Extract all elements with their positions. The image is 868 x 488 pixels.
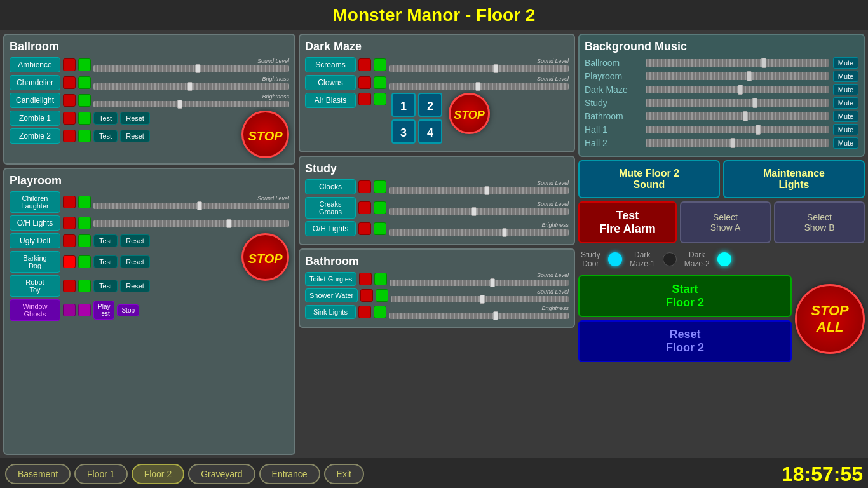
zombie1-test-btn[interactable]: Test xyxy=(93,112,118,125)
window-ghosts-btn[interactable]: WindowGhosts xyxy=(10,299,60,321)
bg-study-slider[interactable] xyxy=(646,99,829,107)
screams-row: Screams Sound Level xyxy=(305,57,569,72)
bg-hall1-mute-btn[interactable]: Mute xyxy=(833,124,858,135)
children-laughter-slider[interactable] xyxy=(93,203,289,209)
zombie2-reset-btn[interactable]: Reset xyxy=(120,130,150,142)
nav-basement[interactable]: Basement xyxy=(5,464,71,484)
clowns-led-red xyxy=(358,76,371,89)
creaks-groans-slider-label: Sound Level xyxy=(389,201,569,207)
bg-hall2-slider[interactable] xyxy=(646,139,829,147)
nav-floor2[interactable]: Floor 2 xyxy=(132,464,185,484)
bg-ballroom-mute-btn[interactable]: Mute xyxy=(833,57,858,69)
robot-toy-btn[interactable]: RobotToy xyxy=(10,275,60,297)
chandelier-slider[interactable] xyxy=(93,83,289,90)
air-btn-2[interactable]: 2 xyxy=(418,93,442,117)
bg-playroom-slider[interactable] xyxy=(646,72,829,80)
bathroom-title: Bathroom xyxy=(305,255,569,268)
bg-music-panel: Background Music Ballroom Mute Playroom … xyxy=(578,34,865,157)
study-oh-lights-btn[interactable]: O/H Lights xyxy=(305,221,356,236)
bg-bathroom-slider[interactable] xyxy=(646,112,829,120)
toilet-gurgles-slider[interactable] xyxy=(390,280,569,286)
bg-playroom-mute-btn[interactable]: Mute xyxy=(833,71,858,82)
playroom-stop-btn[interactable]: STOP xyxy=(241,233,289,281)
chandelier-btn[interactable]: Chandelier xyxy=(10,75,60,90)
barking-dog-btn[interactable]: BarkingDog xyxy=(10,251,60,273)
mute-floor-btn[interactable]: Mute Floor 2Sound xyxy=(578,160,720,198)
shower-water-slider[interactable] xyxy=(391,296,569,302)
zombie2-btn[interactable]: Zombie 2 xyxy=(10,128,60,144)
clowns-slider-label: Sound Level xyxy=(389,76,569,82)
air-btn-4[interactable]: 4 xyxy=(418,119,442,144)
chandelier-slider-container: Brightness xyxy=(93,76,289,90)
bathroom-panel: Bathroom Toilet Gurgles Sound Level Show… xyxy=(299,248,575,328)
playroom-oh-lights-btn[interactable]: O/H Lights xyxy=(10,215,60,231)
bg-dark-maze-slider[interactable] xyxy=(646,86,829,93)
air-btn-1[interactable]: 1 xyxy=(391,93,416,117)
dark-maze-2-indicator xyxy=(717,252,731,266)
bg-bathroom-mute-btn[interactable]: Mute xyxy=(833,111,858,122)
nav-graveyard[interactable]: Graveyard xyxy=(188,464,255,484)
bg-hall1-slider[interactable] xyxy=(646,126,829,133)
robot-toy-reset-btn[interactable]: Reset xyxy=(120,280,150,292)
toilet-gurgles-btn[interactable]: Toilet Gurgles xyxy=(305,272,356,286)
clocks-slider[interactable] xyxy=(389,187,569,194)
bg-study-mute-btn[interactable]: Mute xyxy=(833,97,858,109)
start-floor-btn[interactable]: StartFloor 2 xyxy=(578,275,792,317)
bg-dark-maze-mute-btn[interactable]: Mute xyxy=(833,84,858,95)
nav-exit[interactable]: Exit xyxy=(324,464,364,484)
ugly-doll-reset-btn[interactable]: Reset xyxy=(120,234,150,247)
ambience-slider[interactable] xyxy=(93,65,289,72)
zombie-section: Zombie 1 Test Reset Zombie 2 Test Reset xyxy=(10,111,238,146)
ambience-btn[interactable]: Ambience xyxy=(10,57,60,72)
clowns-btn[interactable]: Clowns xyxy=(305,75,356,90)
dark-maze-stop-btn[interactable]: STOP xyxy=(449,93,490,134)
stop-all-btn[interactable]: STOPALL xyxy=(795,284,865,354)
screams-slider[interactable] xyxy=(389,65,569,72)
air-blasts-btn[interactable]: Air Blasts xyxy=(305,93,356,108)
children-laughter-row: ChildrenLaughter Sound Level xyxy=(10,191,289,213)
ugly-doll-test-btn[interactable]: Test xyxy=(93,234,118,247)
playroom-oh-lights-slider[interactable] xyxy=(93,220,289,227)
select-show-b-btn[interactable]: SelectShow B xyxy=(774,201,865,243)
ballroom-stop-btn[interactable]: STOP xyxy=(241,111,289,158)
zombie1-btn[interactable]: Zombie 1 xyxy=(10,111,60,126)
sink-lights-row: Sink Lights Brightness xyxy=(305,305,569,319)
study-door-label: StudyDoor xyxy=(581,250,600,268)
ambience-slider-label: Sound Level xyxy=(93,58,289,64)
page-title: Monster Manor - Floor 2 xyxy=(0,5,868,25)
window-ghosts-play-test-btn[interactable]: PlayTest xyxy=(93,301,114,320)
candlelight-slider[interactable] xyxy=(93,101,289,107)
robot-toy-test-btn[interactable]: Test xyxy=(93,280,118,292)
clocks-btn[interactable]: Clocks xyxy=(305,179,356,194)
nav-floor1[interactable]: Floor 1 xyxy=(74,464,128,484)
reset-floor-btn[interactable]: ResetFloor 2 xyxy=(578,320,792,362)
candlelight-led-red xyxy=(63,94,76,107)
ugly-doll-btn[interactable]: Ugly Doll xyxy=(10,233,60,248)
children-laughter-btn[interactable]: ChildrenLaughter xyxy=(10,191,60,213)
bg-hall1-label: Hall 1 xyxy=(585,125,642,135)
left-column: Ballroom Ambience Sound Level Chandelier… xyxy=(3,34,295,455)
nav-entrance[interactable]: Entrance xyxy=(259,464,320,484)
sink-lights-btn[interactable]: Sink Lights xyxy=(305,305,356,319)
clowns-slider[interactable] xyxy=(389,83,569,90)
window-ghosts-stop-btn[interactable]: Stop xyxy=(117,304,139,316)
bg-ballroom-slider[interactable] xyxy=(646,59,829,67)
screams-btn[interactable]: Screams xyxy=(305,57,356,72)
creaks-groans-slider[interactable] xyxy=(389,208,569,215)
air-btn-3[interactable]: 3 xyxy=(391,119,416,144)
bg-playroom-label: Playroom xyxy=(585,71,642,81)
study-oh-lights-slider[interactable] xyxy=(389,229,569,236)
creaks-groans-btn[interactable]: CreaksGroans xyxy=(305,197,356,219)
zombie1-reset-btn[interactable]: Reset xyxy=(120,112,150,125)
clocks-slider-container: Sound Level xyxy=(389,180,569,194)
shower-water-btn[interactable]: Shower Water xyxy=(305,288,358,302)
barking-dog-reset-btn[interactable]: Reset xyxy=(120,255,150,268)
candlelight-btn[interactable]: Candlelight xyxy=(10,93,60,108)
bg-hall2-mute-btn[interactable]: Mute xyxy=(833,137,858,149)
select-show-a-btn[interactable]: SelectShow A xyxy=(680,201,771,243)
maintenance-lights-btn[interactable]: MaintenanceLights xyxy=(723,160,865,198)
barking-dog-test-btn[interactable]: Test xyxy=(93,255,118,268)
zombie2-test-btn[interactable]: Test xyxy=(93,130,118,142)
sink-lights-slider[interactable] xyxy=(389,313,569,319)
fire-alarm-btn[interactable]: TestFire Alarm xyxy=(578,201,677,243)
